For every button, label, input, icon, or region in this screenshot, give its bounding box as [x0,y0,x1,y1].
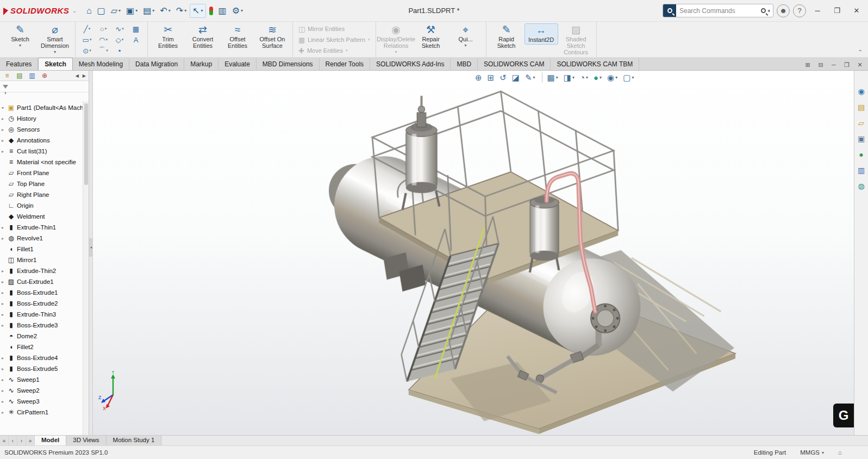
undo-icon[interactable]: ↶ ▾ [158,4,172,18]
tree-item-fillet1[interactable]: ▸ ◖ Fillet1 [0,244,83,255]
dropdown-caret-icon[interactable]: ▾ [395,49,397,54]
linear-sketch-pattern-button[interactable]: ▦ Linear Sketch Pattern ▾ [296,35,372,45]
expand-arrow-icon[interactable]: ▸ [2,116,7,121]
dropdown-caret-icon[interactable]: ▾ [89,48,91,53]
tab-sketch[interactable]: Sketch [38,58,72,70]
tree-item-history[interactable]: ▸ ◷ History [0,113,83,124]
dimxpertmanager-tab-icon[interactable]: ⊕ [39,71,51,80]
open-document-icon[interactable]: ▱ ▾ [109,4,123,18]
panel-scroll-right-icon[interactable]: ▶ [81,72,88,80]
help-icon[interactable]: ? [793,4,806,17]
point-tool-icon[interactable]: • [111,45,128,56]
tree-item-fillet2[interactable]: ▸ ◖ Fillet2 [0,342,83,352]
offset-on-surface-button[interactable]: ≋ Offset On Surface [255,23,289,50]
tree-item-sweep1[interactable]: ▸ ∿ Sweep1 [0,374,83,385]
expand-arrow-icon[interactable]: ▸ [2,410,7,415]
panel-scroll-left-icon[interactable]: ◀ [74,72,80,80]
collapse-panel-handle[interactable]: ◂ [89,238,93,257]
expand-arrow-icon[interactable]: ▸ [2,269,7,274]
zoom-to-fit-icon[interactable]: ⊕ [473,72,484,83]
tree-item-boss-extrude2[interactable]: ▸ ▮ Boss-Extrude2 [0,298,83,309]
tree-item-sensors[interactable]: ▸ ◎ Sensors [0,124,83,135]
viewport-split-icon[interactable]: ⊞ [802,59,814,70]
section-view-icon[interactable]: ◪ [510,72,521,83]
configurationmanager-tab-icon[interactable]: ▥ [26,71,38,80]
dropdown-caret-icon[interactable]: ▾ [168,8,171,13]
dropdown-caret-icon[interactable]: ▾ [19,43,21,48]
tab-solidworks-addins[interactable]: SOLIDWORKS Add-Ins [370,58,451,70]
line-tool-icon[interactable]: ╱ ▾ [79,23,95,34]
viewport-single-icon[interactable]: ⊟ [815,59,827,70]
sketch-button[interactable]: ✎ Sketch ▾ [3,23,37,49]
dropdown-caret-icon[interactable]: ▾ [184,8,186,13]
expand-arrow-icon[interactable]: ▸ [2,149,7,154]
tree-filter-bar[interactable] [0,81,89,92]
solidworks-resources-icon[interactable]: ◉ [856,86,867,97]
appearances-scenes-icon[interactable]: ● [856,149,867,160]
dropdown-caret-icon[interactable]: ▾ [632,75,634,80]
repair-sketch-button[interactable]: ⚒ Repair Sketch [414,23,448,50]
restore-doc-icon[interactable]: ❐ [841,59,853,70]
tab-mbd-dimensions[interactable]: MBD Dimensions [257,58,320,70]
next-sheet-icon[interactable]: › [17,436,26,445]
previous-view-icon[interactable]: ↺ [498,72,508,83]
tree-item-cut-extrude1[interactable]: ▸ ▨ Cut-Extrude1 [0,276,83,287]
first-sheet-icon[interactable]: « [0,436,9,445]
tab-model[interactable]: Model [35,436,66,445]
dropdown-caret-icon[interactable]: ▾ [556,75,558,80]
dropdown-caret-icon[interactable]: ▾ [90,38,92,42]
tree-item-weldment[interactable]: ▸ ◆ Weldment [0,211,83,222]
tree-item-boss-extrude4[interactable]: ▸ ▮ Boss-Extrude4 [0,352,83,363]
search-scope-icon[interactable] [663,4,676,17]
dynamic-annotation-views-icon[interactable]: ✎ ▾ [523,72,537,83]
dropdown-caret-icon[interactable]: ▾ [615,75,617,80]
expand-arrow-icon[interactable]: ▸ [2,388,7,393]
tree-item-front-plane[interactable]: ▸ ▱ Front Plane [0,168,83,178]
dropdown-caret-icon[interactable]: ▾ [572,75,574,80]
tree-item-material[interactable]: ▸ ≡ Material <not specifie [0,157,83,168]
tree-scrollbar[interactable] [83,101,89,435]
dropdown-caret-icon[interactable]: ▾ [54,49,56,54]
rapid-sketch-button[interactable]: ✎ Rapid Sketch [490,23,523,50]
select-icon[interactable]: ↖ ▾ [190,4,205,18]
circle-tool-icon[interactable]: ○ ▾ [95,23,111,34]
smart-dimension-button[interactable]: ⌀ Smart Dimension ▾ [38,23,72,55]
model-3d-view[interactable] [93,71,854,435]
tree-item-cirpattern1[interactable]: ▸ ✳ CirPattern1 [0,407,83,418]
dropdown-caret-icon[interactable]: ▾ [368,38,370,42]
text-tool-icon[interactable]: A [128,34,144,45]
tree-item-extrude-thin1[interactable]: ▸ ▮ Extrude-Thin1 [0,222,83,233]
view-settings-icon[interactable]: ▢ ▾ [621,72,635,83]
tree-item-extrude-thin3[interactable]: ▸ ▮ Extrude-Thin3 [0,309,83,320]
expand-arrow-icon[interactable]: ▸ [2,225,7,230]
solidworks-menu[interactable]: SOLIDWORKS ⌄ [3,6,77,15]
tree-item-boss-extrude5[interactable]: ▸ ▮ Boss-Extrude5 [0,363,83,374]
search-caret-icon[interactable]: ▾ [767,8,770,14]
zoom-to-area-icon[interactable]: ⊞ [486,72,496,83]
dropdown-caret-icon[interactable]: ▾ [465,43,467,48]
tree-item-cut-list[interactable]: ▸ ≡ Cut list(31) [0,146,83,157]
dropdown-caret-icon[interactable]: ▾ [122,27,124,31]
maximize-window-button[interactable]: ❐ [829,3,845,18]
dropdown-caret-icon[interactable]: ▾ [152,8,154,13]
dropdown-caret-icon[interactable]: ▾ [118,8,121,13]
forum-icon[interactable]: ◍ [856,181,867,191]
dropdown-caret-icon[interactable]: ▾ [241,8,243,13]
tab-mbd[interactable]: MBD [451,58,478,70]
display-delete-relations-button[interactable]: ◉ Display/Delete Relations ▾ [379,23,413,55]
dropdown-caret-icon[interactable]: ▾ [89,27,91,31]
dropdown-caret-icon[interactable]: ▾ [106,48,108,53]
expand-arrow-icon[interactable]: ▸ [2,236,7,241]
tab-mesh-modeling[interactable]: Mesh Modeling [73,58,129,70]
tab-render-tools[interactable]: Render Tools [320,58,371,70]
close-window-button[interactable]: ✕ [848,3,865,18]
rectangle-tool-icon[interactable]: ▭ ▾ [79,34,95,45]
tree-item-sweep3[interactable]: ▸ ∿ Sweep3 [0,396,83,407]
fillet-tool-icon[interactable]: ⌒ ▾ [95,45,111,56]
featuremanager-tab-icon[interactable]: ≡ [1,71,13,80]
minimize-window-button[interactable]: ─ [809,3,826,18]
convert-entities-button[interactable]: ⇄ Convert Entities [186,23,220,50]
status-tag-icon[interactable]: ⌂ [838,449,842,456]
instant2d-button[interactable]: ↔ Instant2D [524,23,558,45]
rebuild-icon[interactable] [207,4,215,18]
